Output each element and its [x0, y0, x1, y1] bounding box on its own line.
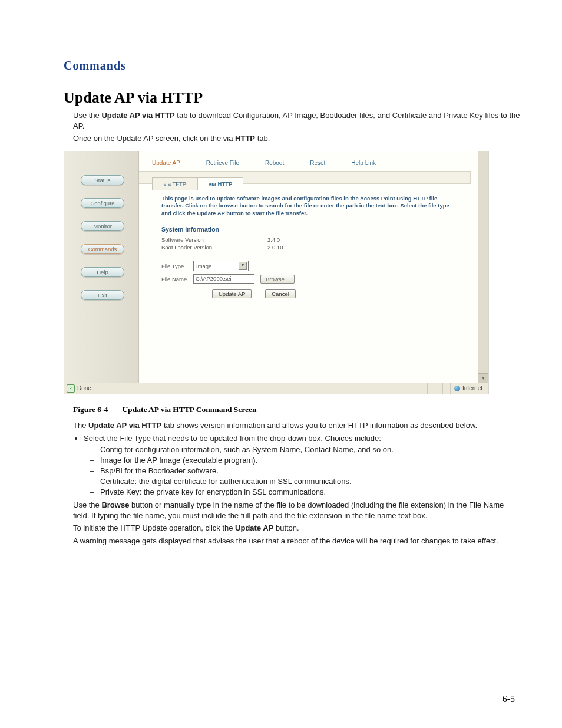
list-item: Config for configuration information, su…: [100, 445, 521, 454]
page-number: 6-5: [503, 694, 515, 704]
done-icon: ✓: [67, 384, 75, 393]
para-initiate: To initiate the HTTP Update operation, c…: [73, 523, 521, 533]
filetype-list: Select the File Type that needs to be up…: [84, 434, 521, 496]
sidebar-item-exit[interactable]: Exit: [81, 290, 124, 300]
browse-button[interactable]: Browse...: [260, 275, 295, 284]
tab-update-ap[interactable]: Update AP: [152, 160, 180, 166]
para-tab-shows: The Update AP via HTTP tab shows version…: [73, 420, 521, 431]
list-item: Select the File Type that needs to be up…: [84, 434, 521, 496]
list-item: Private Key: the private key for encrypt…: [100, 487, 521, 496]
filename-label: File Name: [161, 276, 193, 282]
globe-icon: [454, 386, 460, 391]
security-zone: Internet: [462, 385, 482, 391]
update-ap-button[interactable]: Update AP: [212, 289, 252, 298]
section-heading: Commands: [64, 59, 521, 73]
browser-status-bar: ✓ Done Internet: [64, 383, 488, 394]
intro-paragraph-2: Once on the Update AP screen, click on t…: [73, 133, 521, 144]
list-item: Image for the AP Image (executable progr…: [100, 456, 521, 465]
page-description: This page is used to update software ima…: [161, 195, 454, 218]
figure-caption: Figure 6-4Update AP via HTTP Command Scr…: [73, 405, 521, 414]
chevron-down-icon: ▾: [239, 262, 247, 270]
filetype-label: File Type: [161, 263, 193, 269]
sidebar-item-monitor[interactable]: Monitor: [81, 221, 124, 231]
list-item: Bsp/Bl for the Bootloader software.: [100, 466, 521, 475]
sidebar-item-configure[interactable]: Configure: [81, 198, 124, 208]
top-tabs: Update AP Retrieve File Reboot Reset Hel…: [139, 156, 471, 171]
filename-input[interactable]: C:\AP2000.sei: [193, 274, 254, 284]
status-text: Done: [77, 385, 91, 391]
system-info-heading: System Information: [161, 226, 454, 233]
row-bootloader-version: Boot Loader Version 2.0.10: [161, 244, 454, 251]
tab-reboot[interactable]: Reboot: [265, 160, 284, 166]
tab-retrieve-file[interactable]: Retrieve File: [206, 160, 239, 166]
subtab-via-tftp[interactable]: via TFTP: [152, 177, 198, 190]
page-title: Update AP via HTTP: [64, 89, 521, 107]
sidebar-item-status[interactable]: Status: [81, 175, 124, 185]
intro-paragraph-1: Use the Update AP via HTTP tab to downlo…: [73, 110, 521, 131]
list-item: Certificate: the digital certificate for…: [100, 477, 521, 486]
subtab-via-http[interactable]: via HTTP: [197, 177, 243, 190]
cancel-button[interactable]: Cancel: [265, 289, 296, 298]
tab-reset[interactable]: Reset: [310, 160, 325, 166]
sub-tabs: via TFTP via HTTP: [152, 177, 471, 190]
row-software-version: Software Version 2.4.0: [161, 236, 454, 243]
scroll-down-icon[interactable]: ▾: [478, 373, 488, 383]
filetype-select[interactable]: Image ▾: [193, 261, 249, 271]
scrollbar[interactable]: ▾: [478, 151, 488, 383]
sidebar: Status Configure Monitor Commands Help E…: [64, 151, 139, 383]
para-warning: A warning message gets displayed that ad…: [73, 536, 521, 546]
tab-help-link[interactable]: Help Link: [351, 160, 376, 166]
para-browse: Use the Browse button or manually type i…: [73, 500, 521, 521]
sidebar-item-help[interactable]: Help: [81, 267, 124, 277]
embedded-screenshot: Status Configure Monitor Commands Help E…: [64, 151, 489, 394]
sidebar-item-commands[interactable]: Commands: [81, 244, 124, 254]
